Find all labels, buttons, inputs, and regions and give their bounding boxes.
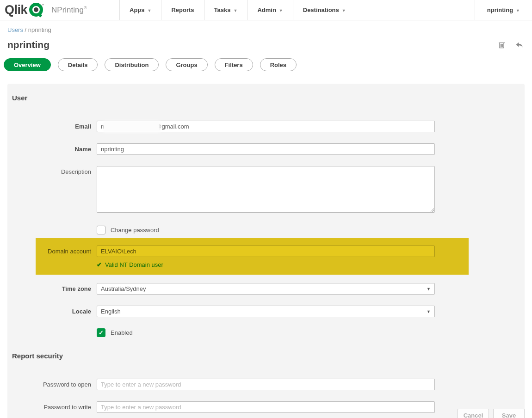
locale-label: Locale bbox=[12, 306, 91, 317]
locale-select[interactable]: English ▼ bbox=[97, 306, 435, 317]
breadcrumb-separator: / bbox=[25, 26, 27, 33]
brand: Qlik NPrinting® bbox=[0, 0, 119, 20]
change-password-checkbox[interactable] bbox=[97, 226, 105, 234]
breadcrumb-link-users[interactable]: Users bbox=[7, 26, 23, 33]
password-to-write-label: Password to write bbox=[12, 401, 91, 413]
domain-account-highlight-region: Domain account ✔ Valid NT Domain user bbox=[12, 246, 520, 268]
time-zone-label: Time zone bbox=[12, 283, 91, 295]
chevron-down-icon: ▼ bbox=[516, 8, 520, 13]
domain-account-field[interactable] bbox=[97, 246, 435, 257]
nav-item-admin[interactable]: Admin ▼ bbox=[247, 0, 292, 20]
chevron-down-icon: ▼ bbox=[233, 8, 237, 13]
delete-trash-icon[interactable] bbox=[498, 41, 506, 49]
tab-bar: Overview Details Distribution Groups Fil… bbox=[0, 58, 532, 71]
change-password-label: Change password bbox=[111, 227, 159, 234]
tab-groups[interactable]: Groups bbox=[166, 58, 207, 71]
page-title: nprinting bbox=[7, 39, 49, 50]
section-heading-report-security: Report security bbox=[12, 348, 520, 366]
breadcrumb: Users / nprinting bbox=[0, 20, 532, 33]
email-label: Email bbox=[12, 121, 91, 132]
nav-menu: Apps ▼ Reports Tasks ▼ Admin ▼ Destinati… bbox=[119, 0, 356, 20]
product-name: NPrinting® bbox=[51, 6, 87, 15]
section-heading-user: User bbox=[12, 90, 520, 108]
tab-details[interactable]: Details bbox=[58, 58, 98, 71]
chevron-down-icon: ▼ bbox=[342, 8, 346, 13]
tab-filters[interactable]: Filters bbox=[215, 58, 253, 71]
chevron-down-icon: ▼ bbox=[279, 8, 283, 13]
enabled-checkbox[interactable]: ✓ bbox=[97, 328, 105, 337]
name-label: Name bbox=[12, 143, 91, 155]
dropdown-arrow-icon: ▼ bbox=[427, 287, 431, 291]
nav-item-destinations[interactable]: Destinations ▼ bbox=[293, 0, 356, 20]
qlik-logo-wordmark: Qlik bbox=[5, 3, 27, 17]
description-field[interactable] bbox=[97, 166, 435, 213]
time-zone-select[interactable]: Australia/Sydney ▼ bbox=[97, 283, 435, 295]
email-field[interactable]: n @gmail.com bbox=[97, 121, 435, 132]
qlik-q-logo-icon bbox=[28, 1, 45, 20]
password-to-write-field[interactable] bbox=[97, 401, 435, 413]
name-field[interactable] bbox=[97, 143, 435, 155]
cancel-button[interactable]: Cancel bbox=[458, 409, 489, 418]
tab-overview[interactable]: Overview bbox=[4, 58, 51, 71]
email-redaction-blur bbox=[105, 123, 159, 130]
dropdown-arrow-icon: ▼ bbox=[427, 309, 431, 314]
enabled-label: Enabled bbox=[111, 329, 133, 336]
valid-checkmark-icon: ✔ bbox=[97, 261, 102, 268]
valid-nt-domain-message: Valid NT Domain user bbox=[105, 261, 163, 268]
user-form-panel: User Email n @gmail.com Name Description… bbox=[7, 84, 525, 418]
description-label: Description bbox=[12, 166, 91, 178]
form-actions: Cancel Save bbox=[458, 409, 525, 418]
tab-distribution[interactable]: Distribution bbox=[105, 58, 159, 71]
domain-account-label: Domain account bbox=[12, 246, 91, 257]
password-to-open-field[interactable] bbox=[97, 379, 435, 390]
nav-item-reports[interactable]: Reports bbox=[161, 0, 204, 20]
nav-item-apps[interactable]: Apps ▼ bbox=[119, 0, 161, 20]
nav-item-tasks[interactable]: Tasks ▼ bbox=[204, 0, 247, 20]
top-navigation: Qlik NPrinting® Apps ▼ Reports Tasks ▼ A… bbox=[0, 0, 532, 20]
undo-back-arrow-icon[interactable] bbox=[515, 41, 524, 49]
breadcrumb-current: nprinting bbox=[28, 26, 51, 33]
chevron-down-icon: ▼ bbox=[148, 8, 152, 13]
user-menu[interactable]: nprinting ▼ bbox=[475, 0, 532, 20]
tab-roles[interactable]: Roles bbox=[260, 58, 297, 71]
password-to-open-label: Password to open bbox=[12, 379, 91, 390]
save-button[interactable]: Save bbox=[493, 409, 525, 418]
